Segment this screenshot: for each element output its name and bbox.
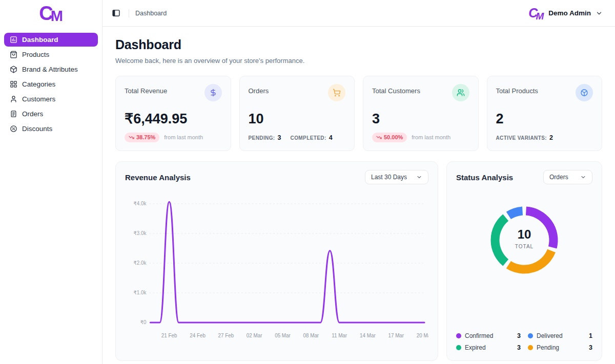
products-icon-pill [576, 84, 593, 101]
sidebar-item-brand-attributes[interactable]: Brand & Attributes [4, 62, 98, 76]
trend-badge: 50.00% [372, 133, 407, 142]
grid-icon [10, 80, 17, 88]
breadcrumb: Dashboard [135, 10, 167, 17]
orders-icon-pill [328, 84, 345, 101]
svg-text:₹2.0k: ₹2.0k [134, 260, 147, 266]
svg-text:20 Mar: 20 Mar [417, 333, 428, 338]
stat-card-total-customers: Total Customers 3 50.00% from last month [363, 76, 479, 151]
stat-card-orders: Orders 10 PENDING: 3 COMPLETED: [239, 76, 355, 151]
page-subtitle: Welcome back, here is an overview of you… [115, 57, 602, 65]
revenue-range-select[interactable]: Last 30 Days [365, 170, 428, 184]
sidebar-toggle-button[interactable] [110, 7, 122, 19]
sidebar-item-label: Discounts [22, 125, 52, 133]
legend-item-delivered: Delivered 1 [528, 332, 592, 339]
sidebar-item-label: Dashboard [22, 36, 58, 44]
topbar: Dashboard CM Demo Admin [102, 0, 615, 27]
svg-text:₹3.0k: ₹3.0k [134, 230, 147, 236]
svg-text:27 Feb: 27 Feb [218, 333, 234, 338]
sidebar-item-discounts[interactable]: Discounts [4, 122, 98, 136]
trending-down-icon [376, 135, 382, 140]
donut-total-value: 10 [518, 227, 531, 241]
revenue-panel-title: Revenue Analysis [125, 173, 191, 182]
stat-title: Total Customers [372, 84, 420, 95]
sidebar-item-customers[interactable]: Customers [4, 92, 98, 106]
revenue-icon-pill [204, 84, 222, 101]
sphere-icon [580, 89, 588, 97]
stat-card-total-products: Total Products 2 ACTIVE VARIANTS: 2 [487, 76, 603, 151]
sidebar-item-categories[interactable]: Categories [4, 77, 98, 91]
svg-text:08 Mar: 08 Mar [303, 333, 319, 338]
svg-text:₹4.0k: ₹4.0k [134, 201, 147, 206]
svg-text:11 Mar: 11 Mar [332, 333, 347, 338]
topbar-divider [129, 9, 129, 17]
svg-text:17 Mar: 17 Mar [388, 333, 404, 338]
stat-kv-active-variants: ACTIVE VARIANTS: 2 [496, 134, 554, 141]
stat-note: from last month [412, 134, 450, 140]
trending-down-icon [129, 135, 134, 140]
user-name: Demo Admin [548, 9, 591, 17]
stat-value: 2 [496, 112, 593, 126]
legend-dot [528, 345, 533, 350]
stat-value: 3 [372, 112, 469, 126]
sidebar-item-label: Categories [22, 80, 55, 88]
stat-kv-pending: PENDING: 3 [249, 134, 281, 141]
user-icon [10, 95, 17, 103]
chevron-down-icon [596, 10, 603, 17]
sidebar-item-products[interactable]: Products [4, 48, 98, 61]
shopping-bag-icon [10, 51, 17, 58]
panel-left-icon [112, 9, 120, 17]
stat-title: Orders [249, 84, 269, 95]
percent-circle-icon [10, 125, 17, 133]
legend-dot [528, 333, 533, 338]
page-title: Dashboard [115, 37, 602, 52]
revenue-analysis-panel: Revenue Analysis Last 30 Days ₹0₹1.0k₹2.… [115, 161, 438, 361]
app-root: C M Dashboard Products Brand & Attribute… [0, 0, 615, 364]
users-icon [457, 89, 465, 97]
dollar-icon [209, 89, 217, 97]
donut-total-label: TOTAL [515, 244, 534, 249]
stat-title: Total Products [496, 84, 538, 95]
sidebar-item-orders[interactable]: Orders [4, 107, 98, 121]
brand-logo[interactable]: C M [0, 0, 102, 27]
package-icon [10, 66, 17, 73]
user-menu[interactable]: CM Demo Admin [528, 7, 603, 19]
svg-text:21 Feb: 21 Feb [161, 333, 177, 338]
stat-title: Total Revenue [125, 84, 167, 95]
revenue-line-chart: ₹0₹1.0k₹2.0k₹3.0k₹4.0k21 Feb24 Feb27 Feb… [125, 192, 428, 345]
stat-note: from last month [164, 134, 203, 140]
sidebar-item-label: Brand & Attributes [22, 66, 78, 73]
svg-text:₹0: ₹0 [140, 319, 147, 325]
brand-logo-letter-m: M [51, 9, 63, 24]
chevron-down-icon [580, 174, 586, 180]
sidebar-nav: Dashboard Products Brand & Attributes Ca… [0, 27, 102, 142]
chevron-down-icon [416, 174, 422, 180]
trend-badge: 38.75% [125, 133, 159, 142]
dashboard-chart-icon [10, 36, 17, 44]
legend-item-pending: Pending 3 [528, 344, 592, 351]
charts-row: Revenue Analysis Last 30 Days ₹0₹1.0k₹2.… [115, 161, 602, 361]
svg-text:24 Feb: 24 Feb [190, 333, 206, 338]
sidebar-item-dashboard[interactable]: Dashboard [4, 33, 98, 47]
status-panel-title: Status Analysis [456, 173, 513, 182]
customers-icon-pill [452, 84, 469, 101]
status-donut-chart: 10 TOTAL [471, 187, 577, 293]
svg-text:02 Mar: 02 Mar [247, 333, 262, 338]
stat-value: 10 [249, 112, 346, 126]
stat-card-total-revenue: Total Revenue ₹6,449.95 38.75% from last… [115, 76, 231, 151]
status-legend: Confirmed 3 Delivered 1 Expired 3 [456, 332, 592, 352]
main-area: Dashboard CM Demo Admin Dashboard Welcom… [102, 0, 615, 364]
page-content: Dashboard Welcome back, here is an overv… [102, 27, 615, 364]
status-donut-wrap: 10 TOTAL [456, 187, 592, 293]
stat-kv-completed: COMPLETED: 4 [291, 134, 333, 141]
svg-text:05 Mar: 05 Mar [275, 333, 291, 338]
stat-value: ₹6,449.95 [125, 112, 222, 126]
svg-text:14 Mar: 14 Mar [360, 333, 376, 338]
sidebar-item-label: Products [22, 51, 49, 58]
sidebar-item-label: Orders [22, 110, 43, 118]
sidebar-item-label: Customers [22, 95, 55, 103]
legend-item-confirmed: Confirmed 3 [456, 332, 521, 339]
user-avatar-logo: CM [528, 7, 544, 19]
svg-text:₹1.0k: ₹1.0k [134, 290, 147, 295]
status-filter-select[interactable]: Orders [543, 170, 592, 184]
document-icon [10, 110, 17, 118]
